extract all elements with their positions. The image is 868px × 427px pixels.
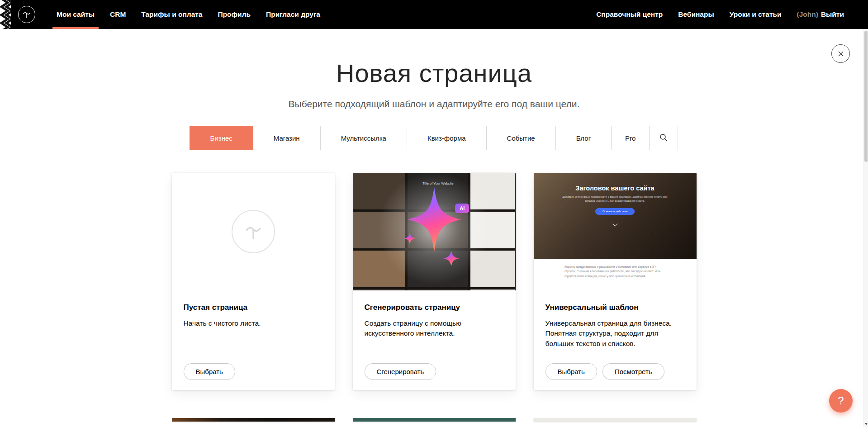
- tilda-logo[interactable]: [18, 6, 35, 23]
- nav-help-center[interactable]: Справочный центр: [588, 0, 670, 29]
- card-body: Сгенерировать страницу Создать страницу …: [353, 290, 516, 390]
- nav-webinars-label: Вебинары: [678, 10, 714, 19]
- tab-shop[interactable]: Магазин: [253, 126, 321, 150]
- ai-badge: AI: [455, 204, 469, 213]
- tab-multilink[interactable]: Мультиссылка: [320, 126, 407, 150]
- logout-label: Выйти: [821, 10, 844, 19]
- top-nav-bar: Мои сайты CRM Тарифы и оплата Профиль Пр…: [0, 0, 868, 29]
- universal-template-preview[interactable]: Заголовок вашего сайта Добавьте интересн…: [534, 173, 697, 290]
- card-actions: Выбрать: [184, 363, 323, 380]
- help-button[interactable]: ?: [829, 389, 853, 413]
- card-actions: Выбрать Посмотреть: [545, 363, 685, 380]
- nav-my-sites[interactable]: Мои сайты: [49, 0, 102, 29]
- template-card-universal: Заголовок вашего сайта Добавьте интересн…: [534, 173, 697, 390]
- primary-nav: Мои сайты CRM Тарифы и оплата Профиль Пр…: [49, 0, 328, 29]
- scrollbar-thumb[interactable]: [864, 31, 868, 162]
- template-card-ai-generate: Title of Your Website: [353, 173, 516, 390]
- close-button[interactable]: [831, 44, 850, 63]
- tilda-watermark-icon: [232, 210, 275, 253]
- card-title: Универсальный шаблон: [545, 303, 685, 312]
- card-description: Начать с чистого листа.: [184, 318, 323, 328]
- page-subtitle: Выберите подходящий шаблон и адаптируйте…: [0, 99, 868, 109]
- view-universal-button[interactable]: Посмотреть: [602, 363, 664, 380]
- card-actions: Сгенерировать: [365, 363, 504, 380]
- secondary-nav: Справочный центр Вебинары Уроки и статьи…: [588, 0, 852, 29]
- nav-invite-friend-label: Пригласи друга: [266, 10, 320, 19]
- template-category-tabs: Бизнес Магазин Мультиссылка Квиз-форма С…: [0, 126, 868, 150]
- user-name: (John): [797, 10, 818, 19]
- nav-invite-friend[interactable]: Пригласи друга: [258, 0, 328, 29]
- zigzag-pattern: [0, 0, 11, 29]
- choose-blank-button[interactable]: Выбрать: [184, 363, 235, 380]
- chevron-down-icon: [612, 221, 617, 226]
- tab-event[interactable]: Событие: [486, 126, 556, 150]
- next-template-row-partial: [172, 418, 697, 422]
- ai-template-preview[interactable]: Title of Your Website: [353, 173, 516, 290]
- nav-lessons[interactable]: Уроки и статьи: [722, 0, 789, 29]
- tab-quiz-form[interactable]: Квиз-форма: [407, 126, 487, 150]
- card-body: Универсальный шаблон Универсальная стран…: [534, 290, 697, 390]
- template-grid: Пустая страница Начать с чистого листа. …: [172, 173, 697, 390]
- preview-cta-button: Основное действие: [595, 208, 635, 215]
- nav-crm-label: CRM: [110, 10, 126, 19]
- card-description: Универсальная страница для бизнеса. Поня…: [545, 318, 685, 349]
- nav-logout[interactable]: (John) Выйти: [789, 0, 852, 29]
- choose-universal-button[interactable]: Выбрать: [545, 363, 597, 380]
- card-body: Пустая страница Начать с чистого листа. …: [172, 290, 335, 390]
- search-icon: [659, 133, 668, 143]
- card-title: Сгенерировать страницу: [365, 303, 504, 312]
- preview-text-section: Коротко представьтесь и расскажите о ком…: [534, 259, 697, 290]
- nav-my-sites-label: Мои сайты: [57, 10, 95, 19]
- nav-profile-label: Профиль: [218, 10, 251, 19]
- nav-webinars[interactable]: Вебинары: [670, 0, 721, 29]
- new-page-dialog: Новая страница Выберите подходящий шабло…: [0, 61, 868, 422]
- card-description: Создать страницу с помощью искусственног…: [365, 318, 504, 339]
- scrollbar: [863, 29, 868, 427]
- nav-pricing[interactable]: Тарифы и оплата: [133, 0, 210, 29]
- tab-pro[interactable]: Pro: [611, 126, 650, 150]
- template-card-blank: Пустая страница Начать с чистого листа. …: [172, 173, 335, 390]
- preview-hero-section: Заголовок вашего сайта Добавьте интересн…: [534, 173, 697, 259]
- partial-template-card: [172, 418, 335, 422]
- nav-profile[interactable]: Профиль: [210, 0, 258, 29]
- tab-business[interactable]: Бизнес: [190, 126, 253, 150]
- nav-pricing-label: Тарифы и оплата: [141, 10, 202, 19]
- scrollbar-down-arrow[interactable]: [864, 422, 868, 426]
- partial-template-card: [534, 418, 697, 422]
- ai-sparkle-icon: [396, 185, 473, 269]
- preview-hero-subtitle: Добавьте интересные подробности о вашей …: [561, 195, 669, 204]
- tab-blog[interactable]: Блог: [555, 126, 612, 150]
- blank-template-preview[interactable]: [172, 173, 335, 290]
- nav-lessons-label: Уроки и статьи: [730, 10, 782, 19]
- nav-crm[interactable]: CRM: [102, 0, 133, 29]
- partial-template-card: [353, 418, 516, 422]
- preview-hero-title: Заголовок вашего сайта: [575, 185, 654, 192]
- page-title: Новая страница: [0, 61, 868, 86]
- card-title: Пустая страница: [184, 303, 323, 312]
- tab-search[interactable]: [649, 126, 678, 150]
- preview-paragraph: Коротко представьтесь и расскажите о ком…: [564, 265, 665, 290]
- generate-button[interactable]: Сгенерировать: [365, 363, 436, 380]
- nav-help-center-label: Справочный центр: [596, 10, 663, 19]
